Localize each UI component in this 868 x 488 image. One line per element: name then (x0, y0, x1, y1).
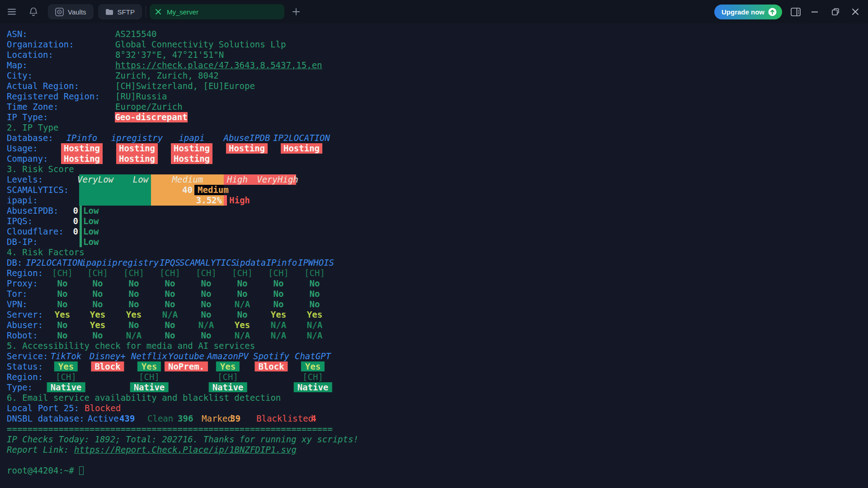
terminal-line: ASN:AS215540 (0, 29, 868, 39)
terminal-line: Report Link: https://Report.Check.Place/… (0, 445, 868, 455)
title-bar: Vaults SFTP My_server Upgrade now (0, 0, 868, 23)
restore-icon (832, 8, 839, 15)
table-cell: No (237, 310, 248, 320)
sftp-button[interactable]: SFTP (98, 4, 142, 19)
score-level: Low (83, 206, 99, 216)
table-cell: No (129, 299, 139, 310)
status-badge: Yes (137, 361, 161, 371)
row-label: Tor: (7, 289, 28, 299)
dnsbl-stat-label: Blacklisted (256, 413, 313, 424)
service-header: AmazonPV (207, 351, 249, 361)
terminal-line: Type:NativeNativeNativeNative (0, 382, 868, 393)
score-bar-green (79, 185, 151, 195)
table-cell: No (129, 320, 139, 330)
table-cell: No (93, 330, 103, 341)
table-cell: No (237, 278, 248, 289)
type-badge: Native (294, 382, 332, 392)
table-cell: [CH] (304, 268, 325, 278)
table-cell: [CH] (268, 268, 289, 278)
table-cell: No (310, 299, 320, 310)
table-cell: N/A (126, 330, 142, 341)
upgrade-button[interactable]: Upgrade now (714, 5, 782, 19)
usage-badge: Hosting (116, 143, 158, 154)
score-marker (80, 216, 82, 226)
terminal-line: Cloudflare:0Low (0, 226, 868, 237)
dnsbl-stat-value: 39 (230, 413, 241, 424)
terminal[interactable]: ASN:AS215540Organization:Global Connecti… (0, 23, 868, 488)
side-panel-icon (791, 8, 801, 16)
table-cell: No (57, 278, 68, 289)
notifications-bell-button[interactable] (25, 4, 42, 20)
field-value: Europe/Zurich (115, 102, 183, 112)
tab-close-icon[interactable] (155, 9, 161, 15)
table-cell: N/A (307, 330, 322, 341)
db-header: ipapi (179, 133, 204, 143)
terminal-line: Levels:VeryLowLowMediumHighVeryHigh (0, 174, 868, 185)
vaults-button[interactable]: Vaults (48, 4, 94, 19)
table-cell: Yes (90, 320, 105, 330)
row-label: DNSBL database: (7, 413, 85, 424)
terminal-line: DNSBL database:Active439Clean396Marked39… (0, 413, 868, 424)
risk-level-label: VeryLow (77, 174, 113, 185)
service-header: Netflix (131, 351, 167, 361)
minimize-button[interactable] (806, 0, 824, 23)
row-label: Levels: (7, 174, 43, 185)
status-badge: Yes (301, 361, 325, 371)
terminal-line: Status:YesBlockYesNoPrem.YesBlockYes (0, 361, 868, 372)
terminal-line: Company:HostingHostingHosting (0, 154, 868, 164)
db-header: ipregistry (107, 258, 159, 268)
close-icon (852, 9, 859, 15)
table-cell: No (165, 289, 175, 299)
table-cell: No (201, 278, 212, 289)
row-label: IPQS: (7, 216, 33, 226)
table-cell: No (201, 289, 212, 299)
panel-toggle-button[interactable] (787, 0, 805, 23)
map-link[interactable]: https://check.place/47.3643,8.5437,15,en (115, 60, 322, 70)
score-marker (224, 195, 227, 206)
table-cell: No (165, 330, 175, 341)
section-title: 2. IP Type (7, 122, 58, 133)
type-badge: Native (47, 382, 85, 392)
section-title: 4. Risk Factors (7, 247, 85, 258)
table-cell: N/A (235, 330, 250, 341)
row-label: Robot: (7, 330, 38, 341)
db-header: AbuseIPDB (224, 133, 270, 143)
table-cell: No (57, 299, 68, 310)
terminal-line: Location:8°32'37"E, 47°21'51"N (0, 50, 868, 60)
terminal-tab[interactable]: My_server (150, 4, 284, 19)
field-label: Map: (7, 60, 28, 70)
score-level: Low (83, 216, 99, 226)
field-value: Zurich, Zurich, 8042 (115, 70, 219, 81)
row-label: SCAMALYTICS: (7, 185, 69, 195)
bell-icon (29, 7, 38, 16)
terminal-line: Organization:Global Connectivity Solutio… (0, 39, 868, 50)
row-label: Proxy: (7, 278, 38, 289)
terminal-line: Database:IPinfoipregistryipapiAbuseIPDBI… (0, 133, 868, 143)
table-cell: Yes (126, 310, 142, 320)
status-badge: NoPrem. (165, 361, 208, 371)
score-marker (80, 226, 82, 237)
terminal-line: Time Zone:Europe/Zurich (0, 102, 868, 112)
new-tab-button[interactable] (288, 4, 304, 20)
terminal-line: Proxy:NoNoNoNoNoNoNoNo (0, 278, 868, 289)
terminal-cursor (79, 466, 84, 475)
report-link[interactable]: https://Report.Check.Place/ip/1BNZFDIP1.… (74, 445, 297, 455)
type-badge: Native (209, 382, 247, 392)
region-cell: [CH] (139, 372, 160, 382)
table-cell: No (274, 289, 284, 299)
db-header: IPinfo (266, 258, 297, 268)
close-button[interactable] (846, 0, 864, 23)
db-header: SCAMALYTICS (179, 258, 236, 268)
risk-level-label: Medium (172, 174, 203, 185)
hamburger-menu-button[interactable] (4, 4, 20, 20)
row-label: Status: (7, 361, 43, 372)
table-cell: Yes (55, 310, 70, 320)
table-cell: [CH] (232, 268, 253, 278)
report-label: Report Link: (7, 445, 74, 455)
table-cell: No (57, 320, 68, 330)
vault-icon (55, 8, 64, 16)
table-cell: N/A (162, 310, 178, 320)
terminal-line: IP Checks Today: 1892; Total: 202716. Th… (0, 434, 868, 445)
score-marker (80, 237, 82, 247)
maximize-button[interactable] (826, 0, 844, 23)
